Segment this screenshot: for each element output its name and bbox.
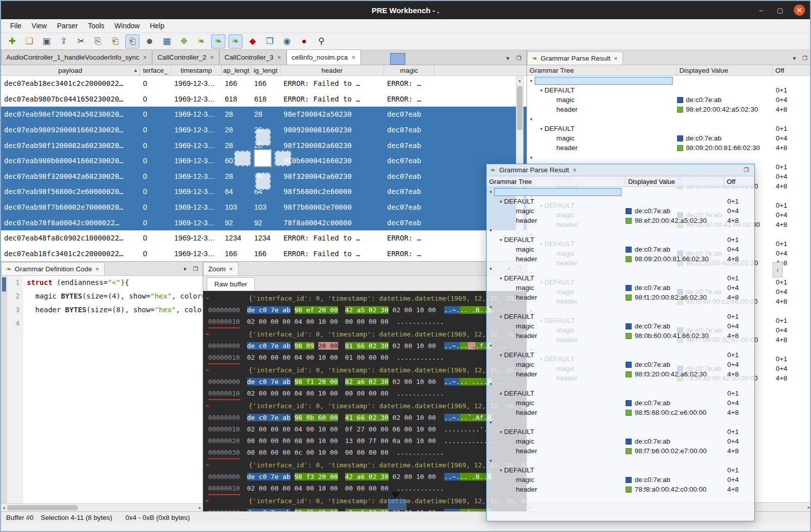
tree-row-magic[interactable]: magicde:c0:7e:ab0+4 [527,95,811,105]
dock-drop-bottom[interactable] [255,172,271,190]
menu-parser[interactable]: Parser [52,20,83,31]
run-user-icon[interactable]: ☻ [142,34,157,49]
expander-icon[interactable]: ▾ [490,420,492,425]
tree-row-magic[interactable]: magicde:c0:7e:ab0+4 [487,398,754,408]
raw-buffer-tab[interactable]: Raw buffer [207,277,255,291]
tab-close-icon[interactable]: × [277,54,281,61]
column-offset[interactable]: Off [724,176,754,186]
tree-row-header[interactable]: header78:f8:a0:00:42:c0:00:004+8 [487,485,754,494]
float-panel-icon[interactable]: ❐ [800,54,809,63]
hex-line[interactable]: 0000003000 00 00 00 0c 00 10 0000 00 00 … [206,447,527,459]
tree-row-magic[interactable]: magicde:c0:7e:ab0+4 [487,360,754,369]
table-row[interactable]: dec07eab78f8a00042c0000022…01969-12-3…92… [1,215,527,230]
tree-row-magic[interactable]: magicde:c0:7e:ab0+4 [527,133,811,143]
expander-icon[interactable]: ▾ [490,343,492,348]
close-button[interactable]: ✕ [794,5,805,16]
save-icon[interactable]: ▣ [39,34,54,49]
tree-row-header[interactable]: header98:f5:68:00:c2:e6:00:004+8 [487,408,754,417]
column-header-ap_lengt[interactable]: ap_lengt [222,65,251,75]
scrollbar-thumb[interactable] [7,505,78,510]
marker-icon[interactable]: ◆ [246,34,260,49]
tree-row-header[interactable]: header98:f1:20:00:82:a6:02:304+8 [487,293,754,302]
tree-row-root[interactable]: ▾ [487,417,754,427]
scroll-left-icon[interactable]: ◂ [3,505,5,510]
parse-selection-icon[interactable]: ❧ [228,34,243,49]
expander-icon[interactable]: ▾ [540,126,543,131]
tree-row-default[interactable]: ▾DEFAULT0+1 [487,350,754,360]
menu-file[interactable]: File [5,20,27,31]
paste-icon[interactable]: ⎗ [108,34,122,49]
tab-close-icon[interactable]: × [142,54,147,61]
hex-line[interactable]: 0000001002 00 00 00 04 00 10 0000 00 00 … [206,388,527,400]
column-header-payload[interactable]: payload▲ [1,65,140,75]
float-panel-icon[interactable]: ❐ [742,166,751,175]
minimize-button[interactable]: – [755,5,767,16]
expander-icon[interactable]: ▾ [490,228,492,233]
web-icon[interactable]: ◉ [280,34,294,49]
table-row[interactable]: dec07eab48fa8c0902c10000022…01969-12-3…1… [1,230,527,246]
code-horizontal-scrollbar[interactable]: ◂ ▸ [1,503,203,511]
tree-row-default[interactable]: ▾DEFAULT0+1 [487,427,754,437]
tree-row-header[interactable]: header98:09:20:00:81:66:02:304+8 [487,254,754,264]
tree-row-magic[interactable]: magicde:c0:7e:ab0+4 [487,206,754,216]
table-row[interactable]: dec07eab18ec3401c2c20000022…01969-12-3…1… [1,76,527,91]
hex-line[interactable]: 0000001002 00 00 00 04 00 10 0000 00 00 … [206,316,527,328]
expander-icon[interactable]: ▾ [530,155,533,160]
record-icon[interactable]: ● [297,34,311,49]
tree-row-header[interactable]: header98:09:20:00:81:66:02:304+8 [527,143,811,153]
cut-icon[interactable]: ✂ [74,34,88,49]
tab-CallController_2[interactable]: CallController_2× [152,50,219,65]
dock-drop-left[interactable] [234,151,251,166]
tree-row-default[interactable]: ▾DEFAULT0+1 [527,85,811,95]
column-header-ig_lengt[interactable]: ig_lengt [251,65,280,75]
screenshot-icon[interactable]: ▦ [160,34,174,49]
tree-row-default[interactable]: ▾DEFAULT0+1 [487,273,754,283]
expander-icon[interactable]: ▾ [540,88,543,93]
tree-row-magic[interactable]: magicde:c0:7e:ab0+4 [487,283,754,293]
open-file-icon[interactable]: ❏ [22,34,36,49]
expander-icon[interactable]: ▾ [530,117,533,122]
tree-row-magic[interactable]: magicde:c0:7e:ab0+4 [487,321,754,331]
hex-line[interactable]: 0000001002 00 00 00 04 00 10 0001 00 00 … [206,352,527,364]
dock-drop-right[interactable] [274,151,292,166]
splitter-collapse-icon[interactable]: › [773,262,783,277]
code-panel-tab[interactable]: ❧ Grammar Definition Code × [1,262,105,275]
tree-row-root[interactable]: ▾ [487,341,754,350]
column-grammar-tree[interactable]: Grammar Tree [487,176,626,186]
tree-row-root[interactable]: ▾ [527,153,811,162]
scroll-up-icon[interactable]: ▴ [518,77,521,84]
tab-AudioController_1_handleVocoderInfo_sync[interactable]: AudioController_1_handleVocoderInfo_sync… [1,50,152,65]
code-line[interactable]: magic BYTES(size=(4), show="hex", color= [27,289,203,303]
table-row[interactable]: dec07eab98f7b60002e70000020…01969-12-3…1… [1,200,527,215]
code-editor[interactable]: 1234 struct (endianness="<"){ magic BYTE… [1,276,203,503]
expander-icon[interactable]: ▾ [490,189,492,195]
expander-icon[interactable]: ▾ [500,199,502,204]
code-line[interactable]: struct (endianness="<"){ [27,276,203,289]
float-panel-icon[interactable]: ❐ [514,54,523,63]
tree-row-root[interactable]: ▾ [487,456,754,465]
code-line[interactable]: header BYTES(size=(8), show="hex", color [27,303,203,317]
tree-row-header[interactable]: header98:0b:60:00:41:66:02:304+8 [487,331,754,341]
parse-result-tab[interactable]: ❧ Grammar Parse Result × [527,52,623,65]
expander-icon[interactable]: ▾ [490,381,492,386]
close-icon[interactable]: × [95,266,100,273]
code-line[interactable] [27,317,203,330]
scroll-right-icon[interactable]: ▸ [807,505,810,510]
expander-icon[interactable]: ▾ [500,314,502,319]
hex-line[interactable]: 00000000de c0 7e ab 98 f5 68 00c2 e6 00 … [206,507,527,511]
floating-parse-result-window[interactable]: ❧ Grammar Parse Result × ❐ Grammar Tree … [486,164,755,521]
close-icon[interactable]: × [573,167,577,174]
expander-icon[interactable]: ▾ [500,391,502,396]
expander-icon[interactable]: ▾ [490,266,492,271]
column-header-header[interactable]: header [280,65,384,75]
tree-row-root[interactable]: ▾ [487,302,754,312]
tree-row-default[interactable]: ▾DEFAULT0+1 [487,312,754,321]
tree-row-default[interactable]: ▾DEFAULT0+1 [487,465,754,475]
scroll-right-icon[interactable]: ▸ [199,505,201,510]
tab-list-icon[interactable]: ▾ [503,54,512,63]
menu-view[interactable]: View [27,20,52,31]
expander-icon[interactable]: ▾ [490,458,492,463]
tree-row-header[interactable]: header98:ef:20:00:42:a5:02:304+8 [527,105,811,114]
close-icon[interactable]: × [613,55,618,62]
tab-CallController_3[interactable]: CallController_3× [219,50,287,65]
